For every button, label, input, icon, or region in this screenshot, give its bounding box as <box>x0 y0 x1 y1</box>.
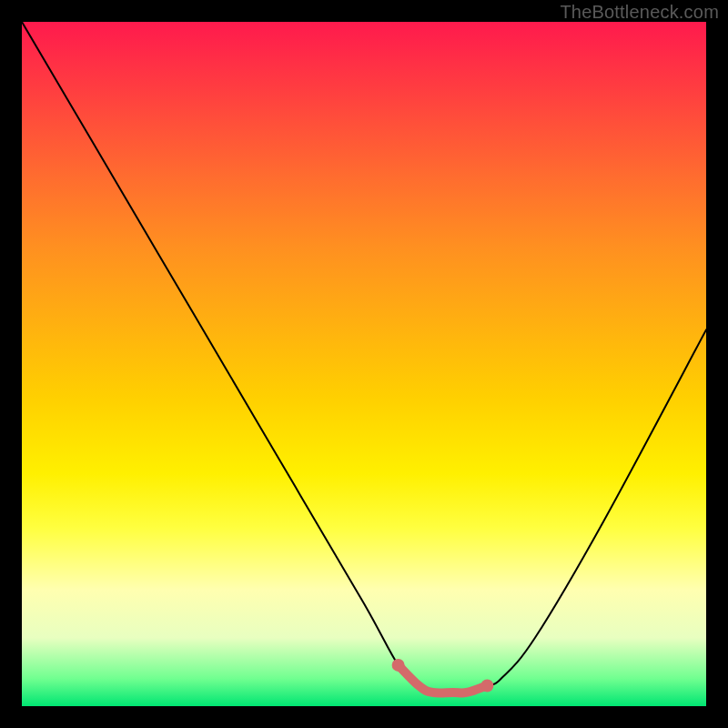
bottleneck-curve-line <box>22 22 706 693</box>
sweet-spot-highlight <box>399 665 488 693</box>
plot-area <box>22 22 706 706</box>
chart-frame: TheBottleneck.com <box>0 0 728 728</box>
chart-overlay-svg <box>22 22 706 706</box>
sweet-spot-endpoint <box>392 659 405 672</box>
sweet-spot-endpoint <box>480 679 493 692</box>
attribution-label: TheBottleneck.com <box>560 2 719 23</box>
